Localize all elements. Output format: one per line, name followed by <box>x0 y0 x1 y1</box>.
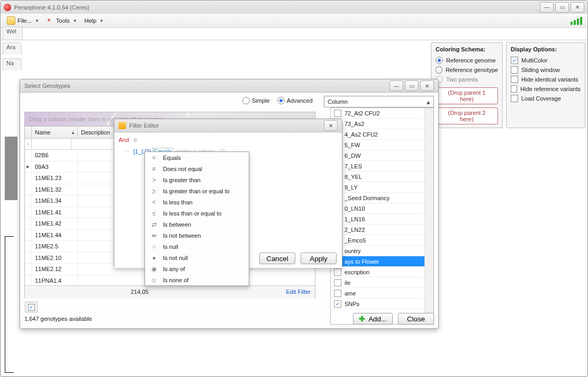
radio-reference-genome[interactable]: Reference genome <box>436 56 498 65</box>
column-item[interactable]: ountry <box>331 246 433 256</box>
display-options-panel: Display Options: ✓MultiColor Sliding win… <box>506 42 585 128</box>
column-item[interactable]: ✓SNPs <box>331 299 433 309</box>
chevron-down-icon: ▼ <box>99 19 104 23</box>
cancel-button[interactable]: Cancel <box>259 253 295 264</box>
operator-item[interactable]: ≤Is less than or equal to <box>145 208 249 219</box>
column-item[interactable]: 4_As2 CFU2 <box>331 129 433 140</box>
operator-item[interactable]: ⇄Is between <box>145 219 249 230</box>
cell-name: 11ME1.44 <box>32 230 78 241</box>
operator-item[interactable]: =Equals <box>145 152 249 163</box>
maximize-button[interactable]: ▭ <box>555 2 569 13</box>
filter-editor-title: Filter Editor <box>129 122 159 129</box>
column-item[interactable]: 1_LN16 <box>331 214 433 225</box>
file-label: File... <box>17 17 32 24</box>
dialog-footer: 1,647 genotypes available ✚Add... Close <box>24 313 434 325</box>
column-item[interactable]: _Emco5 <box>331 235 433 246</box>
check-multicolor[interactable]: ✓MultiColor <box>511 56 581 65</box>
checkbox-icon: ✓ <box>334 300 341 308</box>
operator-item[interactable]: ○Is null <box>145 241 249 252</box>
column-item[interactable]: 9_LY <box>331 182 433 193</box>
column-item[interactable]: 72_At2 CFU2 <box>331 108 433 119</box>
operator-menu[interactable]: =Equals≠Does not equal>Is greater than≥I… <box>144 151 249 286</box>
tools-label: Tools <box>56 17 70 24</box>
filter-editor-close-button[interactable]: ✕ <box>324 120 338 131</box>
radio-advanced[interactable]: Advanced <box>277 97 313 104</box>
check-hide-reference[interactable]: Hide reference variants <box>511 84 581 94</box>
grid-footer: 214,05 Edit Filter <box>25 285 315 298</box>
main-toolbar: File... ▼ Tools ▼ Help ▼ <box>1 14 587 28</box>
dialog-maximize-button[interactable]: ▭ <box>405 80 419 91</box>
checkbox-icon <box>334 290 341 297</box>
operator-item[interactable]: ≥Is greater than or equal to <box>145 185 249 196</box>
column-item-label: ays to Flower <box>345 258 379 265</box>
root-and-node[interactable]: And <box>119 137 129 143</box>
operator-item[interactable]: ⦸Is none of <box>145 274 249 285</box>
checkbox-icon <box>334 110 341 117</box>
column-item[interactable]: 7_LES <box>331 161 433 172</box>
column-item-label: SNPs <box>345 301 359 307</box>
column-item[interactable]: 2_LN22 <box>331 225 433 235</box>
operator-label: Is greater than <box>163 177 201 183</box>
select-all-checkbox[interactable]: ✓ <box>25 302 38 312</box>
dialog-close-button[interactable]: ✕ <box>420 80 434 91</box>
column-item[interactable]: ile <box>331 277 433 288</box>
column-item[interactable]: 73_As2 <box>331 119 433 129</box>
tab-welcome[interactable]: Wel <box>3 26 23 40</box>
operator-icon: > <box>150 176 158 184</box>
column-list[interactable]: 72_At2 CFU273_As24_As2 CFU25_FW6_DW7_LES… <box>330 107 434 325</box>
column-item[interactable]: ays to Flower <box>331 256 433 267</box>
column-item-label: 0_LN10 <box>345 205 365 212</box>
window-buttons: — ▭ ✕ <box>540 2 584 13</box>
drop-parent-1[interactable]: (Drop parent 1 here) <box>436 87 498 104</box>
app-icon <box>4 4 11 11</box>
column-item[interactable]: 8_YEL <box>331 172 433 182</box>
file-menu[interactable]: File... ▼ <box>4 15 42 26</box>
operator-item[interactable]: ⇹Is not between <box>145 230 249 241</box>
row-marker <box>25 150 32 161</box>
column-item-label: 2_LN22 <box>345 227 365 233</box>
column-item[interactable]: _Seed Dormancy <box>331 193 433 203</box>
column-item-label: _Emco5 <box>345 237 366 244</box>
minimize-button[interactable]: — <box>540 2 554 13</box>
drop-parent-2[interactable]: (Drop parent 2 here) <box>436 107 498 124</box>
operator-icon: = <box>150 154 158 161</box>
operator-item[interactable]: >Is greater than <box>145 174 249 185</box>
cell-name: 11ME2.5 <box>32 241 78 252</box>
scrollbar[interactable] <box>424 108 433 324</box>
tab-ara[interactable]: Ara <box>3 42 22 55</box>
column-item[interactable]: escription <box>331 267 433 277</box>
column-item-label: 8_YEL <box>345 174 362 180</box>
grid-col-name[interactable]: Name▲ <box>32 127 78 138</box>
column-item[interactable]: 0_LN10 <box>331 203 433 214</box>
check-sliding-window[interactable]: Sliding window <box>511 65 581 75</box>
add-condition-icon[interactable]: ⊕ <box>133 137 138 143</box>
close-button[interactable]: Close <box>398 313 434 325</box>
apply-button[interactable]: Apply <box>301 253 337 264</box>
check-load-coverage[interactable]: Load Coverage <box>511 94 581 103</box>
close-button[interactable]: ✕ <box>571 2 584 13</box>
column-combo[interactable]: Column ▴ <box>324 96 434 107</box>
operator-item[interactable]: <Is less than <box>145 196 249 208</box>
cell-name: 11PNA1.4 <box>32 275 78 286</box>
tools-menu[interactable]: Tools ▼ <box>43 16 80 25</box>
radio-two-parents[interactable]: Two parents <box>436 75 498 84</box>
operator-item[interactable]: ●Is not null <box>145 252 249 263</box>
operator-item[interactable]: ◉Is any of <box>145 263 249 274</box>
help-menu[interactable]: Help ▼ <box>81 16 107 25</box>
operator-label: Equals <box>163 155 181 161</box>
column-item-label: 7_LES <box>345 163 362 169</box>
add-button[interactable]: ✚Add... <box>353 313 393 325</box>
edit-filter-link[interactable]: Edit Filter <box>286 289 311 295</box>
radio-reference-genotype[interactable]: Reference genotype <box>436 65 498 75</box>
operator-item[interactable]: ≠Does not equal <box>145 163 249 174</box>
column-item[interactable]: ame <box>331 288 433 299</box>
radio-simple[interactable]: Simple <box>242 97 270 104</box>
operator-icon: ≤ <box>150 210 158 217</box>
mode-selector: Simple Advanced <box>242 97 313 104</box>
column-item[interactable]: 5_FW <box>331 140 433 150</box>
tab-na[interactable]: Na <box>3 58 22 70</box>
check-hide-identical[interactable]: Hide identical variants <box>511 75 581 84</box>
column-item[interactable]: 6_DW <box>331 150 433 161</box>
row-marker <box>25 207 32 218</box>
dialog-minimize-button[interactable]: — <box>390 80 403 91</box>
